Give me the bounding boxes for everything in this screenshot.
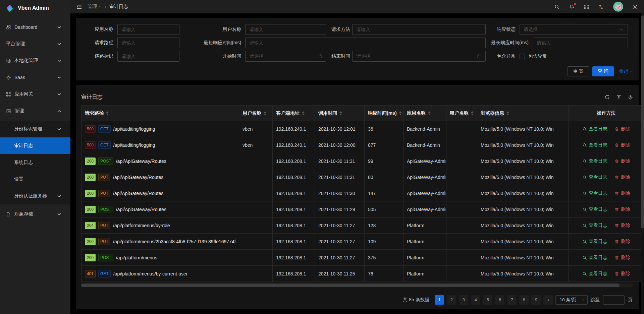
app-name-input[interactable] [121,27,175,32]
horizontal-scrollbar-thumb[interactable] [81,284,620,287]
user-name-input[interactable] [249,27,322,32]
delete-button[interactable]: 删除 [614,158,630,164]
delete-button[interactable]: 删除 [614,142,630,148]
delete-label: 删除 [621,255,630,261]
request-method-input[interactable] [356,27,482,32]
delete-button[interactable]: 删除 [614,190,630,196]
delete-button[interactable]: 删除 [614,174,630,180]
end-time-picker[interactable]: 请选择 [352,51,486,62]
manage-icon [6,109,11,114]
view-log-button[interactable]: 查看日志 [582,190,607,196]
page-button-8[interactable]: 8 [519,295,529,305]
form-field-request-path: 请求路径 [81,38,185,48]
notification-bell-icon[interactable] [569,4,575,10]
sidebar-item-saas[interactable]: Saas [0,70,70,84]
sidebar-item-system-logs[interactable]: 系统日志 [0,154,70,171]
magnifier-icon [582,191,587,196]
path-text: /api/ApiGateway/Routes [116,159,166,164]
sidebar-item-object-storage[interactable]: 对象存储 [0,207,70,221]
fullscreen-icon[interactable] [584,4,589,10]
reset-button[interactable]: 重 置 [568,66,589,76]
view-log-button[interactable]: 查看日志 [582,255,607,261]
collapse-link[interactable]: 收起 [619,68,633,74]
cell-client-address: 192.168.208.1 [273,250,315,266]
sidebar-item-auth-server[interactable]: 身份认证服务器 [0,188,70,204]
max-response-time-input[interactable] [537,40,624,46]
page-button-9[interactable]: 9 [531,295,541,305]
cell-user-name [239,169,273,185]
sidebar-item-app-gateway[interactable]: 应用网关 [0,87,70,101]
vertical-scrollbar-thumb[interactable] [641,15,644,229]
delete-button[interactable]: 删除 [614,206,630,212]
next-page-button[interactable] [543,295,553,305]
delete-button[interactable]: 删除 [614,223,630,229]
settings-gear-icon[interactable] [632,4,638,10]
chevron-down-icon [57,42,62,47]
view-log-label: 查看日志 [589,271,607,277]
action-divider [611,207,611,212]
view-log-button[interactable]: 查看日志 [582,158,607,164]
menu-fold-icon[interactable] [76,4,82,10]
page-button-4[interactable]: 4 [471,295,480,305]
view-log-button[interactable]: 查看日志 [582,223,607,229]
column-header-request-path[interactable]: 请求路径 [82,106,239,121]
sidebar-item-management[interactable]: 管理 [0,104,70,118]
min-response-time-input[interactable] [249,40,482,46]
search-icon[interactable] [554,4,560,10]
sidebar-item-identity-management[interactable]: 身份标识管理 [0,121,70,137]
sidebar-item-label: 审计日志 [14,143,65,149]
view-log-button[interactable]: 查看日志 [582,239,607,245]
horizontal-scrollbar[interactable] [81,284,633,287]
localization-icon: A [6,58,11,63]
page-button-7[interactable]: 7 [507,295,517,305]
translate-icon[interactable]: 文A [598,4,604,10]
user-avatar[interactable] [613,2,623,12]
request-path-input[interactable] [121,40,175,46]
column-header-client-address[interactable]: 客户端地址 [273,106,315,121]
sidebar-item-localization[interactable]: A本地化管理 [0,54,70,68]
page-size-select[interactable]: 10 条/页 [555,295,588,305]
sidebar-item-platform-management[interactable]: 平台管理 [0,37,70,51]
include-exception-checkbox[interactable] [520,54,525,59]
delete-button[interactable]: 删除 [614,126,630,132]
page-button-5[interactable]: 5 [483,295,492,305]
start-time-picker[interactable]: 请选择 [245,51,326,62]
column-header-response-time[interactable]: 响应时间(ms) [365,106,404,121]
page-button-3[interactable]: 3 [459,295,468,305]
view-log-button[interactable]: 查看日志 [582,206,607,212]
sidebar-item-dashboard[interactable]: Dashboard [0,20,70,34]
delete-button[interactable]: 删除 [614,239,630,245]
row-height-icon[interactable] [616,95,622,100]
chevron-down-icon [57,212,62,217]
vertical-scrollbar[interactable] [641,13,644,314]
response-status-select[interactable]: 请选择 [520,24,628,35]
delete-button[interactable]: 删除 [614,255,630,261]
logo[interactable]: Vben Admin [0,0,70,16]
cell-browser-info: Mozilla/5.0 (Windows NT 10.0; Win [477,201,569,217]
view-log-button[interactable]: 查看日志 [582,271,607,277]
page-button-1[interactable]: 1 [435,295,444,305]
column-header-user-name[interactable]: 用户名称 [239,106,273,121]
sidebar-item-settings[interactable]: 设置 [0,171,70,188]
column-header-browser-info[interactable]: 浏览器信息 [477,106,569,121]
page-button-2[interactable]: 2 [447,295,456,305]
breadcrumb-root[interactable]: 管理 [88,4,102,10]
delete-button[interactable]: 删除 [614,271,630,277]
column-header-call-time[interactable]: 调用时间 [315,106,365,121]
search-button[interactable]: 查 询 [592,66,614,76]
sidebar-item-audit-logs[interactable]: 审计日志 [0,137,70,154]
trash-icon [614,239,619,244]
column-settings-icon[interactable] [628,95,633,100]
view-log-button[interactable]: 查看日志 [582,126,607,132]
refresh-icon[interactable] [604,95,610,100]
view-log-button[interactable]: 查看日志 [582,174,607,180]
page-button-6[interactable]: 6 [495,295,504,305]
cell-request-path: 500GET/api/auditing/logging [82,137,239,153]
view-log-button[interactable]: 查看日志 [582,142,607,148]
breadcrumb-current: 审计日志 [109,4,128,10]
trace-id-input[interactable] [121,54,175,59]
jump-input[interactable] [603,295,625,305]
vben-logo-icon [5,3,15,13]
column-header-tenant-name[interactable]: 租户名称 [446,106,477,121]
column-header-app-name[interactable]: 应用名称 [404,106,446,121]
